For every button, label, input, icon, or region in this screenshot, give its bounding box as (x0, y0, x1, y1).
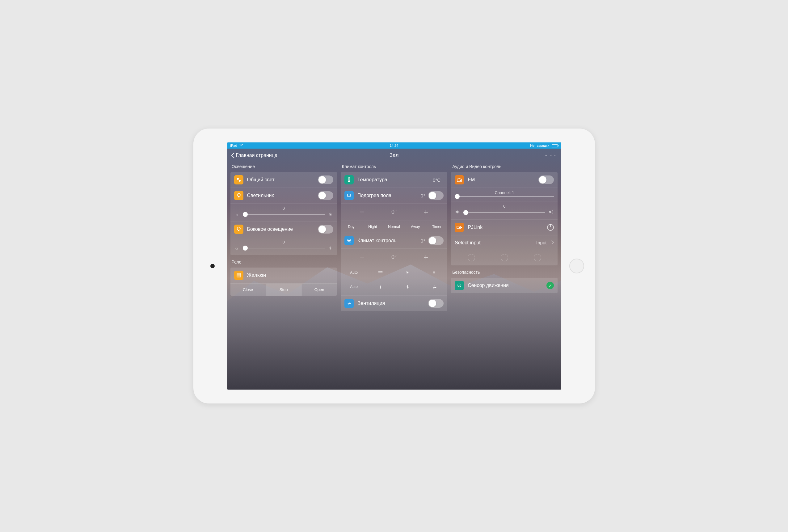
content: Освещение Общий свет Светильник (228, 162, 561, 311)
action-3[interactable] (534, 254, 541, 261)
fan-high-icon[interactable] (421, 280, 448, 295)
volume-slider-row: 0 (451, 201, 557, 220)
general-light-toggle[interactable] (318, 176, 333, 184)
floor-heating-label: Подогрев пола (357, 193, 421, 198)
wifi-icon (239, 144, 243, 147)
row-blinds: Жалюзи (231, 268, 337, 283)
climate-mode-row2: Auto (341, 280, 447, 296)
panel-security: Сенсор движения ✓ (451, 278, 557, 293)
temperature-value: 0°C (433, 177, 440, 182)
brightness-high-icon: ☀ (328, 245, 333, 251)
power-button[interactable] (547, 224, 554, 231)
volume-slider[interactable] (464, 212, 545, 213)
volume-icon (548, 210, 554, 215)
tablet-frame: iPad 14:24 Нет зарядки Главная страница … (193, 129, 595, 403)
stop-button[interactable]: Stop (266, 283, 301, 296)
pjlink-label: PJLink (468, 224, 547, 230)
svg-point-18 (460, 180, 461, 181)
panel-relay: Жалюзи Close Stop Open (231, 268, 337, 296)
action-1[interactable] (468, 254, 475, 261)
row-fm: FM (451, 172, 557, 188)
battery-text: Нет зарядки (530, 144, 549, 147)
device-label: iPad (231, 144, 237, 147)
lamp-label: Светильник (247, 193, 318, 198)
side-light-label: Боковое освещение (247, 226, 318, 232)
row-pjlink: PJLink (451, 220, 557, 235)
plus-button[interactable]: + (420, 207, 432, 217)
minus-button[interactable]: − (356, 207, 368, 217)
bulb-icon (234, 191, 243, 200)
channel-slider-row: Channel: 1 (451, 188, 557, 201)
mode-wind-icon[interactable] (367, 266, 394, 280)
svg-point-1 (239, 180, 241, 182)
mode-snow-icon[interactable]: ❄ (421, 266, 448, 280)
climate-control-value: 0° (421, 238, 425, 243)
general-light-label: Общий свет (247, 177, 318, 182)
brightness-low-icon: ☼ (234, 212, 240, 217)
row-ventilation: Вентиляция (341, 296, 447, 311)
back-button[interactable]: Главная страница (231, 152, 277, 158)
open-button[interactable]: Open (301, 283, 337, 296)
climate-control-toggle[interactable] (428, 236, 444, 245)
svg-point-25 (458, 284, 461, 285)
mode-normal[interactable]: Normal (383, 221, 405, 233)
lamp-slider-row: 0 ☼ ☀ (231, 203, 337, 221)
side-slider[interactable] (243, 248, 324, 249)
mode-away[interactable]: Away (405, 221, 426, 233)
more-button[interactable]: ○ ○ ○ (545, 154, 557, 157)
pjlink-actions (451, 250, 557, 265)
svg-point-14 (407, 287, 408, 288)
row-motion-sensor: Сенсор движения ✓ (451, 278, 557, 293)
svg-point-11 (348, 180, 350, 182)
section-title-climate: Климат контроль (341, 162, 447, 170)
mode-auto[interactable]: Auto (341, 266, 368, 280)
light-icon (234, 175, 243, 184)
climate-control-label: Климат контроль (357, 238, 421, 243)
input-value: Input (536, 240, 547, 245)
close-button[interactable]: Close (231, 283, 266, 296)
channel-slider[interactable] (455, 196, 554, 197)
status-time: 14:24 (390, 144, 398, 147)
svg-rect-24 (461, 227, 462, 228)
fm-label: FM (468, 177, 538, 182)
svg-point-15 (433, 287, 435, 288)
panel-av: FM Channel: 1 0 (451, 172, 557, 265)
ventilation-toggle[interactable] (428, 299, 444, 308)
mode-night[interactable]: Night (362, 221, 383, 233)
climate-mode-row1: Auto ☀ ❄ (341, 266, 447, 280)
screen: iPad 14:24 Нет зарядки Главная страница … (228, 142, 561, 390)
status-right: Нет зарядки (530, 144, 557, 147)
fm-toggle[interactable] (538, 176, 554, 184)
lamp-toggle[interactable] (318, 191, 333, 200)
column-av: Аудио и Видео контроль FM Channel: 1 (451, 162, 557, 311)
mode-timer[interactable]: Timer (426, 221, 447, 233)
floor-heat-icon (344, 191, 354, 200)
action-2[interactable] (501, 254, 508, 261)
chevron-right-icon (551, 240, 554, 245)
row-floor-heating: Подогрев пола 0° (341, 188, 447, 203)
mode-sun-icon[interactable]: ☀ (394, 266, 421, 280)
lamp-slider[interactable] (243, 214, 324, 215)
fan-auto[interactable]: Auto (341, 280, 368, 295)
side-light-toggle[interactable] (318, 225, 333, 234)
floor-heating-toggle[interactable] (428, 191, 444, 200)
svg-point-2 (237, 193, 240, 196)
camera-dot (210, 264, 215, 268)
blinds-label: Жалюзи (247, 273, 333, 278)
plus-button[interactable]: + (420, 252, 432, 262)
floor-setpoint: 0° (391, 209, 397, 215)
mode-day[interactable]: Day (341, 221, 362, 233)
fan-low-icon[interactable] (367, 280, 394, 295)
thermometer-icon (344, 175, 354, 184)
select-input-label: Select input (455, 240, 536, 245)
minus-button[interactable]: − (356, 252, 368, 262)
row-climate-control: Климат контроль 0° (341, 233, 447, 249)
bulb-icon (234, 224, 243, 234)
fan-med-icon[interactable] (394, 280, 421, 295)
radio-icon (455, 175, 464, 184)
status-ok-icon: ✓ (547, 282, 554, 289)
home-button[interactable] (569, 259, 584, 273)
row-select-input[interactable]: Select input Input (451, 235, 557, 250)
motion-sensor-label: Сенсор движения (468, 283, 547, 288)
lamp-slider-value: 0 (234, 206, 333, 211)
